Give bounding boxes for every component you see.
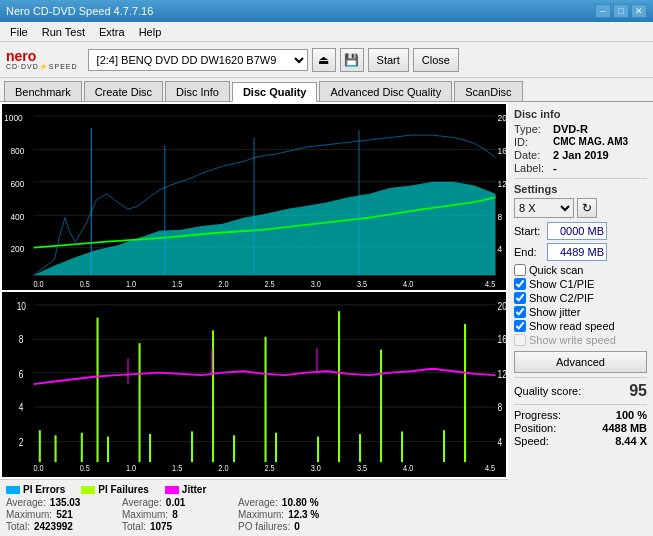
disc-id-row: ID: CMC MAG. AM3 xyxy=(514,136,647,148)
svg-text:2.5: 2.5 xyxy=(264,280,275,290)
quick-scan-row: Quick scan xyxy=(514,264,647,276)
disc-label-row: Label: - xyxy=(514,162,647,174)
svg-rect-46 xyxy=(401,431,403,462)
advanced-button[interactable]: Advanced xyxy=(514,351,647,373)
svg-text:4: 4 xyxy=(498,436,503,447)
show-c1pie-row: Show C1/PIE xyxy=(514,278,647,290)
show-write-speed-checkbox[interactable] xyxy=(514,334,526,346)
start-row: Start: xyxy=(514,222,647,240)
nero-logo: nero CD·DVD⚡SPEED xyxy=(6,49,78,71)
svg-text:2: 2 xyxy=(19,436,24,447)
bottom-stats: PI Errors PI Failures Jitter Average:135… xyxy=(0,479,508,536)
svg-text:1.5: 1.5 xyxy=(172,463,183,473)
position-value: 4488 MB xyxy=(602,422,647,434)
total-label-2: Total: xyxy=(122,521,146,532)
svg-text:3.5: 3.5 xyxy=(357,280,368,290)
svg-rect-44 xyxy=(317,436,319,462)
minimize-button[interactable]: – xyxy=(595,4,611,18)
svg-text:16: 16 xyxy=(498,146,506,157)
tab-scandisc[interactable]: ScanDisc xyxy=(454,81,522,101)
start-label: Start: xyxy=(514,225,544,237)
svg-text:12: 12 xyxy=(498,178,506,189)
settings-title: Settings xyxy=(514,183,647,195)
show-read-speed-row: Show read speed xyxy=(514,320,647,332)
svg-rect-36 xyxy=(39,430,41,462)
drive-select[interactable]: [2:4] BENQ DVD DD DW1620 B7W9 xyxy=(88,49,308,71)
menu-help[interactable]: Help xyxy=(133,24,168,40)
tabs: Benchmark Create Disc Disc Info Disc Qua… xyxy=(0,78,653,102)
svg-text:10: 10 xyxy=(17,301,26,312)
end-input[interactable] xyxy=(547,243,607,261)
tab-disc-info[interactable]: Disc Info xyxy=(165,81,230,101)
total-label-1: Total: xyxy=(6,521,30,532)
svg-text:1000: 1000 xyxy=(4,112,23,123)
show-c1pie-checkbox[interactable] xyxy=(514,278,526,290)
svg-text:800: 800 xyxy=(10,146,24,157)
right-panel: Disc info Type: DVD-R ID: CMC MAG. AM3 D… xyxy=(508,102,653,536)
eject-button[interactable]: ⏏ xyxy=(312,48,336,72)
svg-text:2.0: 2.0 xyxy=(218,280,229,290)
speed-settings-row: 8 X ↻ xyxy=(514,198,647,218)
nero-sub-brand: CD·DVD⚡SPEED xyxy=(6,63,78,71)
avg-label-1: Average: xyxy=(6,497,46,508)
disc-date-row: Date: 2 Jan 2019 xyxy=(514,149,647,161)
svg-text:1.0: 1.0 xyxy=(126,463,137,473)
show-c1pie-label: Show C1/PIE xyxy=(529,278,594,290)
pi-errors-label: PI Errors xyxy=(23,484,65,495)
tab-create-disc[interactable]: Create Disc xyxy=(84,81,163,101)
tab-advanced-disc-quality[interactable]: Advanced Disc Quality xyxy=(319,81,452,101)
save-button[interactable]: 💾 xyxy=(340,48,364,72)
pi-failures-stats: Average:0.01 Maximum:8 Total:1075 xyxy=(122,497,222,532)
show-c2pif-checkbox[interactable] xyxy=(514,292,526,304)
speed-select[interactable]: 8 X xyxy=(514,198,574,218)
pi-errors-stats: Average:135.03 Maximum:521 Total:2423992 xyxy=(6,497,106,532)
restore-button[interactable]: □ xyxy=(613,4,629,18)
show-read-speed-checkbox[interactable] xyxy=(514,320,526,332)
svg-text:4.5: 4.5 xyxy=(485,463,496,473)
svg-rect-41 xyxy=(191,431,193,462)
pi-errors-legend: PI Errors xyxy=(6,484,65,495)
start-button[interactable]: Start xyxy=(368,48,409,72)
date-val: 2 Jan 2019 xyxy=(553,149,609,161)
svg-text:0.5: 0.5 xyxy=(80,280,91,290)
toolbar: nero CD·DVD⚡SPEED [2:4] BENQ DVD DD DW16… xyxy=(0,42,653,78)
main-content: 1000 800 600 400 200 20 16 12 8 4 0.0 0.… xyxy=(0,102,653,536)
type-val: DVD-R xyxy=(553,123,588,135)
jitter-swatch xyxy=(165,486,179,494)
svg-text:8: 8 xyxy=(498,402,503,413)
svg-text:12: 12 xyxy=(498,368,506,379)
menu-file[interactable]: File xyxy=(4,24,34,40)
chart2: 10 8 6 4 2 20 16 12 8 4 0.0 0.5 1.0 1.5 xyxy=(2,292,506,478)
type-key: Type: xyxy=(514,123,550,135)
disc-info-title: Disc info xyxy=(514,108,647,120)
svg-text:400: 400 xyxy=(10,212,24,223)
svg-text:0.5: 0.5 xyxy=(80,463,91,473)
title-bar-buttons: – □ ✕ xyxy=(595,4,647,18)
svg-rect-48 xyxy=(97,317,99,462)
tab-disc-quality[interactable]: Disc Quality xyxy=(232,82,318,102)
tab-benchmark[interactable]: Benchmark xyxy=(4,81,82,101)
po-failures-val: 0 xyxy=(294,521,300,532)
position-row: Position: 4488 MB xyxy=(514,422,647,434)
avg-val-1: 135.03 xyxy=(50,497,81,508)
progress-section: Progress: 100 % Position: 4488 MB Speed:… xyxy=(514,409,647,447)
start-input[interactable] xyxy=(547,222,607,240)
menu-run-test[interactable]: Run Test xyxy=(36,24,91,40)
label-key: Label: xyxy=(514,162,550,174)
close-app-button[interactable]: Close xyxy=(413,48,459,72)
label-val: - xyxy=(553,162,557,174)
svg-rect-53 xyxy=(265,336,267,461)
po-failures-label: PO failures: xyxy=(238,521,290,532)
show-jitter-checkbox[interactable] xyxy=(514,306,526,318)
refresh-button[interactable]: ↻ xyxy=(577,198,597,218)
svg-text:20: 20 xyxy=(498,301,506,312)
menu-extra[interactable]: Extra xyxy=(93,24,131,40)
quick-scan-checkbox[interactable] xyxy=(514,264,526,276)
jitter-legend: Jitter xyxy=(165,484,206,495)
show-c2pif-row: Show C2/PIF xyxy=(514,292,647,304)
svg-rect-38 xyxy=(81,432,83,461)
svg-text:200: 200 xyxy=(10,244,24,255)
position-label: Position: xyxy=(514,422,556,434)
title-bar: Nero CD-DVD Speed 4.7.7.16 – □ ✕ xyxy=(0,0,653,22)
close-button[interactable]: ✕ xyxy=(631,4,647,18)
